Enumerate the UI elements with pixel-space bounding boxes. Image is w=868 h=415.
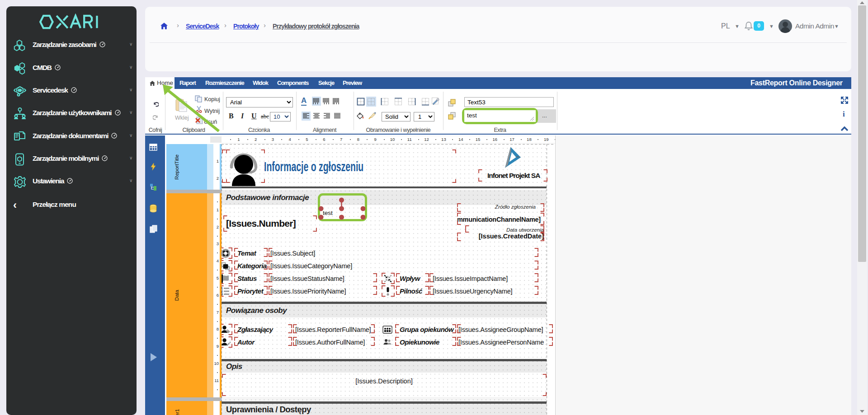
svg-text:3: 3	[221, 293, 223, 296]
